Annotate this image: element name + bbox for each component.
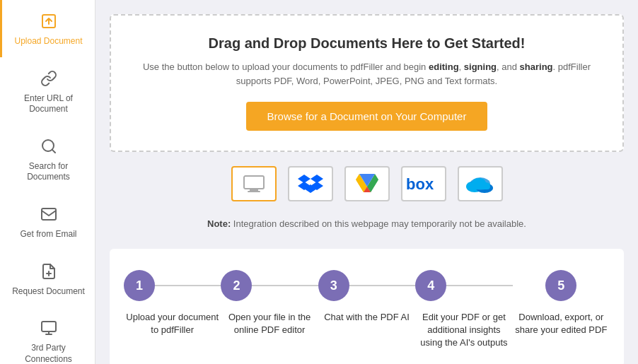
- svg-rect-8: [250, 189, 258, 191]
- svg-rect-9: [248, 191, 260, 192]
- provider-dropbox[interactable]: [288, 166, 333, 201]
- main-content: Drag and Drop Documents Here to Get Star…: [95, 0, 638, 364]
- step-1-circle: 1: [124, 270, 155, 301]
- provider-local[interactable]: [231, 166, 277, 201]
- step-2-label: Open your file in the online PDF editor: [221, 311, 318, 336]
- step-5-label: Download, export, or share your edited P…: [513, 311, 610, 336]
- upload-document-icon: [37, 10, 60, 33]
- sidebar-item-3rd-party[interactable]: 3rd Party Connections: [0, 307, 95, 364]
- step-2: 2 Open your file in the online PDF edito…: [221, 270, 318, 336]
- note-bar: Note: Integration described on this webp…: [110, 213, 624, 235]
- upload-subtitle: Use the button below to upload your docu…: [139, 60, 594, 88]
- step-5-circle: 5: [545, 270, 576, 301]
- svg-text:box: box: [406, 175, 434, 192]
- svg-rect-3: [42, 209, 56, 220]
- sidebar-item-enter-url[interactable]: Enter URL of Document: [0, 57, 95, 125]
- sidebar-item-request-label: Request Document: [12, 286, 85, 298]
- step-5: 5 Download, export, or share your edited…: [513, 270, 610, 336]
- sidebar-item-search-documents[interactable]: Search for Documents: [0, 125, 95, 193]
- provider-onedrive[interactable]: [458, 166, 503, 201]
- note-label: Note:: [207, 218, 231, 229]
- search-icon: [37, 135, 60, 158]
- step-1: 1 Upload your document to pdfFiller: [124, 270, 221, 336]
- enter-url-icon: [37, 67, 60, 90]
- step-2-circle: 2: [221, 270, 252, 301]
- step-line-3: [349, 285, 415, 286]
- sidebar-item-upload-document-label: Upload Document: [14, 36, 82, 47]
- provider-gdrive[interactable]: [344, 166, 390, 201]
- upload-drop-zone[interactable]: Drag and Drop Documents Here to Get Star…: [110, 14, 624, 152]
- email-icon: [37, 203, 60, 225]
- step-line-1: [155, 285, 221, 286]
- step-4-label: Edit your PDF or get additional insights…: [415, 311, 512, 350]
- request-document-icon: [37, 260, 60, 283]
- provider-box[interactable]: box: [401, 166, 446, 201]
- sidebar-item-email-label: Get from Email: [20, 229, 76, 240]
- step-3-label: Chat with the PDF AI: [324, 311, 410, 324]
- sidebar-item-request-document[interactable]: Request Document: [0, 250, 95, 307]
- providers-row: box: [110, 166, 624, 201]
- step-line-4: [446, 285, 512, 286]
- sidebar-item-upload-document[interactable]: Upload Document: [0, 0, 95, 57]
- step-line-2: [252, 285, 318, 286]
- steps-section: 1 Upload your document to pdfFiller 2 Op…: [110, 249, 624, 364]
- svg-line-2: [52, 149, 54, 152]
- sidebar-item-get-from-email[interactable]: Get from Email: [0, 193, 95, 250]
- step-3-circle: 3: [318, 270, 349, 301]
- sidebar-item-3rd-party-label: 3rd Party Connections: [9, 343, 88, 364]
- sidebar: Upload Document Enter URL of Document Se…: [0, 0, 95, 364]
- browse-button[interactable]: Browse for a Document on Your Computer: [246, 102, 488, 131]
- steps-row: 1 Upload your document to pdfFiller 2 Op…: [124, 270, 610, 350]
- sidebar-item-search-label: Search for Documents: [9, 161, 88, 183]
- note-text: Integration described on this webpage ma…: [231, 218, 526, 229]
- step-4: 4 Edit your PDF or get additional insigh…: [415, 270, 512, 350]
- upload-title: Drag and Drop Documents Here to Get Star…: [139, 35, 594, 52]
- sidebar-item-enter-url-label: Enter URL of Document: [9, 93, 88, 115]
- step-4-circle: 4: [415, 270, 446, 301]
- 3rd-party-icon: [37, 317, 60, 339]
- svg-rect-6: [42, 322, 56, 331]
- step-1-label: Upload your document to pdfFiller: [124, 311, 221, 336]
- step-3: 3 Chat with the PDF AI: [318, 270, 415, 324]
- svg-rect-7: [244, 176, 264, 189]
